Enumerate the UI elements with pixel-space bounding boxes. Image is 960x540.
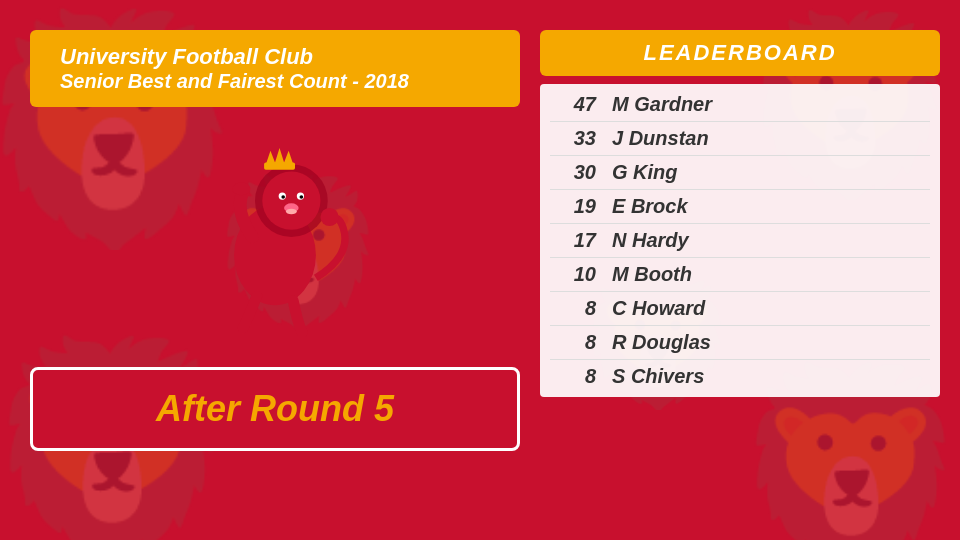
leaderboard-row: 19E Brock bbox=[550, 190, 930, 224]
player-score: 47 bbox=[560, 93, 596, 116]
title-line1: University Football Club bbox=[60, 44, 490, 70]
player-name: S Chivers bbox=[612, 365, 704, 388]
leaderboard-row: 10M Booth bbox=[550, 258, 930, 292]
svg-point-13 bbox=[300, 195, 304, 199]
player-name: G King bbox=[612, 161, 678, 184]
leaderboard-row: 47M Gardner bbox=[550, 88, 930, 122]
player-name: M Booth bbox=[612, 263, 692, 286]
player-score: 19 bbox=[560, 195, 596, 218]
leaderboard-row: 17N Hardy bbox=[550, 224, 930, 258]
right-panel: LEADERBOARD 47M Gardner33J Dunstan30G Ki… bbox=[540, 30, 940, 397]
title-box: University Football Club Senior Best and… bbox=[30, 30, 520, 107]
player-name: C Howard bbox=[612, 297, 705, 320]
player-score: 8 bbox=[560, 331, 596, 354]
leaderboard-row: 8S Chivers bbox=[550, 360, 930, 393]
player-score: 10 bbox=[560, 263, 596, 286]
player-score: 30 bbox=[560, 161, 596, 184]
svg-marker-18 bbox=[266, 148, 293, 164]
player-name: E Brock bbox=[612, 195, 688, 218]
svg-point-17 bbox=[232, 182, 250, 195]
svg-point-12 bbox=[281, 195, 285, 199]
svg-point-15 bbox=[286, 209, 297, 214]
leaderboard-row: 8R Douglas bbox=[550, 326, 930, 360]
player-name: M Gardner bbox=[612, 93, 712, 116]
player-score: 17 bbox=[560, 229, 596, 252]
svg-point-16 bbox=[320, 208, 338, 226]
player-score: 8 bbox=[560, 297, 596, 320]
main-content: University Football Club Senior Best and… bbox=[0, 0, 960, 540]
svg-rect-19 bbox=[264, 162, 295, 169]
player-name: N Hardy bbox=[612, 229, 689, 252]
player-name: J Dunstan bbox=[612, 127, 709, 150]
lion-mascot-area bbox=[30, 127, 520, 347]
player-score: 8 bbox=[560, 365, 596, 388]
leaderboard-title: LEADERBOARD bbox=[643, 40, 836, 65]
svg-point-9 bbox=[262, 172, 320, 230]
lion-mascot bbox=[175, 137, 375, 337]
leaderboard-row: 8C Howard bbox=[550, 292, 930, 326]
leaderboard-table: 47M Gardner33J Dunstan30G King19E Brock1… bbox=[540, 84, 940, 397]
round-box: After Round 5 bbox=[30, 367, 520, 451]
player-name: R Douglas bbox=[612, 331, 711, 354]
leaderboard-row: 30G King bbox=[550, 156, 930, 190]
player-score: 33 bbox=[560, 127, 596, 150]
left-panel: University Football Club Senior Best and… bbox=[30, 30, 520, 451]
leaderboard-header: LEADERBOARD bbox=[540, 30, 940, 76]
round-label: After Round 5 bbox=[156, 388, 394, 429]
title-line2: Senior Best and Fairest Count - 2018 bbox=[60, 70, 490, 93]
leaderboard-row: 33J Dunstan bbox=[550, 122, 930, 156]
